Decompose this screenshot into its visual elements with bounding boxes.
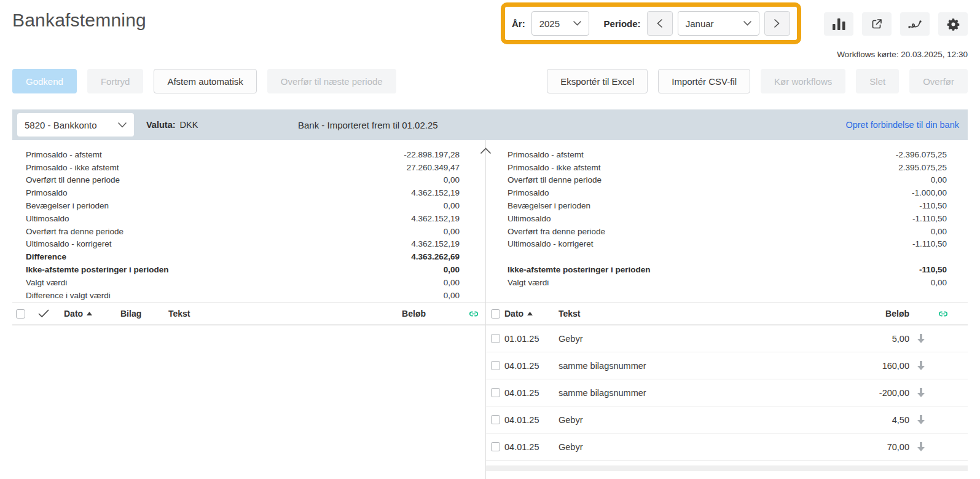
summary-row: Valgt værdi 0,00 <box>486 276 968 289</box>
summary-value: 4.362.152,19 <box>411 239 485 248</box>
summary-value: -110,50 <box>919 201 968 210</box>
column-header-date[interactable]: Dato <box>64 309 120 319</box>
summary-value: -1.000,00 <box>912 188 968 197</box>
move-posting-down-icon[interactable] <box>917 333 925 344</box>
row-checkbox[interactable] <box>491 415 500 424</box>
row-checkbox[interactable] <box>491 334 500 343</box>
summary-label: Overført fra denne periode <box>486 227 605 236</box>
summary-label: Difference i valgt værdi <box>12 291 111 300</box>
summary-value: 0,00 <box>444 278 485 287</box>
column-header-amount[interactable]: Beløb <box>352 309 426 319</box>
summary-row: Ultimosaldo - korrigeret 4.362.152,19 <box>12 238 485 251</box>
summary-row: Ikke-afstemte posteringer i perioden -11… <box>486 263 968 276</box>
row-checkbox[interactable] <box>491 361 500 370</box>
external-link-icon <box>871 18 883 30</box>
summary-row: Primosaldo - afstemt -2.396.075,25 <box>486 148 968 161</box>
move-posting-down-icon[interactable] <box>917 387 925 398</box>
check-icon[interactable] <box>38 309 49 318</box>
auto-reconcile-button[interactable]: Afstem automatisk <box>154 69 256 93</box>
import-csv-button[interactable]: Importér CSV-fil <box>658 69 750 93</box>
summary-row: Overført fra denne periode 0,00 <box>486 225 968 238</box>
select-all-checkbox[interactable] <box>491 309 500 319</box>
run-workflows-button[interactable]: Kør workflows <box>761 69 845 93</box>
transfer-next-period-button[interactable]: Overfør til næste periode <box>267 69 396 93</box>
summary-label: Overført til denne periode <box>12 175 120 184</box>
summary-value: 0,00 <box>931 278 968 287</box>
delete-button[interactable]: Slet <box>856 69 899 93</box>
reconciliation-panes: Primosaldo - afstemt -22.898.197,28 Prim… <box>12 140 968 479</box>
year-select[interactable]: 2025 <box>531 11 589 36</box>
undo-button[interactable]: Fortryd <box>87 69 144 93</box>
column-header-voucher[interactable]: Bilag <box>120 309 168 319</box>
summary-row <box>486 250 968 263</box>
workflows-route-icon <box>907 19 922 30</box>
summary-row: Difference 4.363.262,69 <box>12 250 485 263</box>
connect-bank-link[interactable]: Opret forbindelse til din bank <box>845 120 959 130</box>
approve-button[interactable]: Godkend <box>12 69 77 93</box>
posting-amount: 5,00 <box>836 334 909 344</box>
settings-button[interactable] <box>938 12 968 36</box>
summary-label: Bevægelser i perioden <box>486 201 590 210</box>
next-period-button[interactable] <box>764 11 790 36</box>
column-header-date[interactable]: Dato <box>504 309 559 319</box>
summary-row: Overført til denne periode 0,00 <box>486 174 968 187</box>
posting-date: 01.01.25 <box>504 334 559 344</box>
previous-period-button[interactable] <box>647 11 673 36</box>
summary-label: Primosaldo <box>486 188 549 197</box>
bank-posting-row: 04.01.25 Gebyr 4,50 <box>486 406 968 433</box>
open-external-button[interactable] <box>862 12 892 36</box>
bank-posting-row: 04.01.25 Gebyr 70,00 <box>486 433 968 461</box>
actions-row: Godkend Fortryd Afstem automatisk Overfø… <box>12 69 968 93</box>
move-posting-down-icon[interactable] <box>917 441 925 452</box>
period-label: Periode: <box>604 18 641 29</box>
ledger-summary: Primosaldo - afstemt -22.898.197,28 Prim… <box>12 140 485 294</box>
column-header-text[interactable]: Tekst <box>168 309 352 319</box>
row-checkbox[interactable] <box>491 388 500 397</box>
settings-gear-icon <box>947 18 960 31</box>
statistics-button[interactable] <box>824 12 853 36</box>
account-value: 5820 - Bankkonto <box>25 120 97 130</box>
summary-label: Primosaldo <box>12 188 68 197</box>
transfer-button[interactable]: Overfør <box>909 69 968 93</box>
select-all-checkbox[interactable] <box>16 309 25 319</box>
chevron-down-icon <box>118 122 127 128</box>
summary-label: Overført til denne periode <box>486 175 602 184</box>
currency-label: Valuta: <box>146 120 176 130</box>
collapse-summary-icon[interactable] <box>480 148 491 154</box>
row-checkbox[interactable] <box>491 442 500 451</box>
summary-label: Overført fra denne periode <box>12 227 123 236</box>
move-posting-down-icon[interactable] <box>917 414 925 425</box>
summary-value: 2.395.075,25 <box>898 163 968 172</box>
summary-value: -1.110,50 <box>912 239 968 248</box>
summary-row: Overført fra denne periode 0,00 <box>12 225 485 238</box>
posting-text: Gebyr <box>559 442 836 452</box>
account-select[interactable]: 5820 - Bankkonto <box>17 113 134 137</box>
summary-label: Difference <box>12 252 66 261</box>
summary-row: Bevægelser i perioden -110,50 <box>486 199 968 212</box>
link-icon[interactable] <box>936 309 950 319</box>
export-excel-button[interactable]: Eksportér til Excel <box>547 69 648 93</box>
summary-value: 27.260.349,47 <box>407 163 485 172</box>
workflows-button[interactable] <box>900 12 930 36</box>
actions-right: Eksportér til Excel Importér CSV-fil Kør… <box>547 69 968 93</box>
column-header-text[interactable]: Tekst <box>559 309 836 319</box>
month-value: Januar <box>686 18 714 29</box>
summary-label: Ultimosaldo <box>486 214 551 223</box>
link-icon[interactable] <box>467 309 480 319</box>
posting-date: 04.01.25 <box>504 361 559 371</box>
summary-row: Primosaldo -1.000,00 <box>486 186 968 199</box>
bank-posting-row: 01.01.25 Gebyr 5,00 <box>486 325 968 352</box>
move-posting-down-icon[interactable] <box>917 360 925 371</box>
bank-posting-row: 04.01.25 samme bilagsnummer -200,00 <box>486 379 968 406</box>
posting-text: Gebyr <box>559 415 836 425</box>
column-header-amount[interactable]: Beløb <box>836 309 909 319</box>
summary-row: Bevægelser i perioden 0,00 <box>12 199 485 212</box>
summary-row: Primosaldo - afstemt -22.898.197,28 <box>12 148 485 161</box>
summary-label: Ultimosaldo <box>12 214 69 223</box>
summary-value: 0,00 <box>444 291 485 300</box>
summary-label: Valgt værdi <box>12 278 67 287</box>
month-select[interactable]: Januar <box>678 11 759 36</box>
bank-table-body: 01.01.25 Gebyr 5,00 04.01.25 samme bilag… <box>486 325 968 461</box>
bank-reconciliation-page: Bankafstemning År: 2025 Periode: Januar <box>0 0 980 479</box>
bank-posting-row: 04.01.25 samme bilagsnummer 160,00 <box>486 352 968 379</box>
